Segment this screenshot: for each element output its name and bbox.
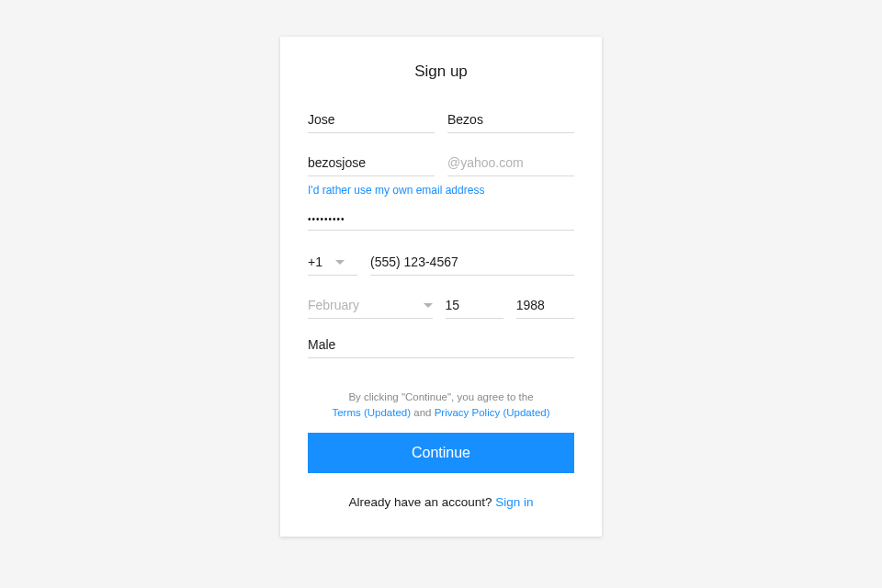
name-row (308, 107, 574, 133)
dob-row: February (308, 292, 574, 319)
birth-day-input[interactable] (446, 292, 503, 319)
password-row: ••••••••• (308, 209, 574, 231)
continue-button[interactable]: Continue (308, 433, 574, 473)
country-code-label: +1 (308, 254, 322, 269)
email-domain-suffix: @yahoo.com (447, 150, 574, 176)
birth-month-select[interactable]: February (308, 292, 433, 319)
chevron-down-icon (335, 260, 345, 265)
terms-and: and (411, 407, 435, 418)
email-row: @yahoo.com (308, 150, 574, 176)
gender-input[interactable] (308, 332, 574, 358)
birth-year-input[interactable] (516, 292, 574, 319)
privacy-link[interactable]: Privacy Policy (Updated) (435, 405, 550, 421)
signin-link[interactable]: Sign in (495, 495, 533, 509)
signin-row: Already have an account? Sign in (308, 495, 574, 509)
phone-row: +1 (308, 249, 574, 276)
password-input[interactable]: ••••••••• (308, 209, 574, 231)
first-name-input[interactable] (308, 107, 435, 133)
terms-text: By clicking "Continue", you agree to the… (308, 390, 574, 420)
country-code-select[interactable]: +1 (308, 249, 357, 276)
gender-row (308, 332, 574, 358)
page-title: Sign up (308, 62, 574, 81)
terms-link[interactable]: Terms (Updated) (332, 405, 411, 421)
terms-prefix: By clicking "Continue", you agree to the (348, 391, 533, 402)
last-name-input[interactable] (447, 107, 574, 133)
phone-input[interactable] (370, 249, 574, 276)
signin-prompt: Already have an account? (348, 495, 495, 509)
signup-card: Sign up @yahoo.com I'd rather use my own… (280, 37, 602, 537)
email-local-input[interactable] (308, 150, 435, 176)
own-email-link[interactable]: I'd rather use my own email address (308, 184, 484, 197)
birth-month-label: February (308, 298, 359, 312)
chevron-down-icon (424, 303, 433, 308)
